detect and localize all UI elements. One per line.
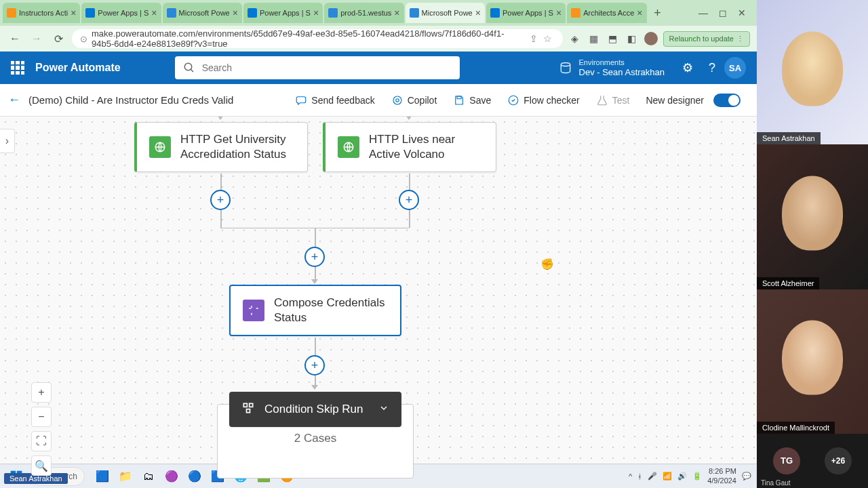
video-tile[interactable]: Scott Alzheimer	[757, 144, 868, 289]
mic-icon[interactable]: 🎤	[648, 472, 657, 481]
browser-tab[interactable]: Power Apps | S×	[243, 3, 323, 23]
address-bar[interactable]: ⊙ make.powerautomate.com/environments/65…	[72, 29, 563, 48]
close-icon[interactable]: ×	[394, 7, 399, 18]
add-step-button[interactable]: +	[304, 355, 325, 375]
flow-node-http[interactable]: HTTP Get University Accredidation Status	[134, 122, 308, 172]
copilot-button[interactable]: Copilot	[383, 88, 446, 113]
star-icon[interactable]: ☆	[540, 33, 555, 44]
flow-node-compose[interactable]: Compose Credentials Status	[229, 285, 401, 336]
battery-icon[interactable]: 🔋	[692, 472, 702, 481]
close-icon[interactable]: ×	[71, 7, 76, 18]
video-call-panel: Sean Astrakhan Scott Alzheimer Clodine M…	[757, 0, 868, 488]
browser-tab[interactable]: Microsoft Powe×	[163, 3, 242, 23]
close-icon[interactable]: ×	[556, 7, 561, 18]
url-text: make.powerautomate.com/environments/65dd…	[92, 28, 527, 49]
taskbar-app-icon[interactable]: 🔵	[185, 467, 204, 486]
forward-icon[interactable]: →	[28, 30, 45, 47]
new-designer-toggle[interactable]: New designer	[637, 88, 749, 113]
relaunch-button[interactable]: Relaunch to update⋮	[663, 31, 750, 47]
browser-tab-active[interactable]: Microsoft Powe×	[406, 3, 485, 23]
add-step-button[interactable]: +	[304, 247, 325, 267]
wifi-icon[interactable]: 📶	[663, 472, 672, 481]
close-icon[interactable]: ×	[151, 7, 157, 18]
search-canvas-button[interactable]: 🔍	[31, 455, 52, 476]
send-feedback-button[interactable]: Send feedback	[287, 88, 382, 113]
node-label: HTTP Lives near Active Volcano	[369, 132, 484, 162]
settings-icon[interactable]: ⚙	[675, 56, 700, 80]
notification-icon[interactable]: 💬	[742, 472, 751, 481]
browser-tab[interactable]: Instructors Acti×	[3, 3, 80, 23]
svg-rect-5	[457, 96, 461, 99]
taskbar-app-icon[interactable]: 🗂	[139, 467, 158, 486]
help-icon[interactable]: ?	[700, 56, 724, 80]
svg-point-2	[561, 63, 570, 66]
clock[interactable]: 8:26 PM 4/9/2024	[707, 467, 736, 485]
toggle-switch[interactable]	[713, 94, 741, 107]
minimize-icon[interactable]: —	[698, 7, 708, 18]
cases-label: 2 Cases	[294, 432, 336, 445]
fit-button[interactable]: ⛶	[31, 431, 52, 451]
add-step-button[interactable]: +	[399, 190, 419, 210]
search-input[interactable]	[202, 62, 452, 73]
video-tile[interactable]: Sean Astrakhan	[757, 0, 868, 144]
add-step-button[interactable]: +	[210, 190, 231, 210]
flow-checker-button[interactable]: Flow checker	[499, 88, 587, 113]
taskbar-app-icon[interactable]: 🟦	[93, 467, 112, 486]
new-tab-button[interactable]: +	[648, 3, 667, 22]
env-name: Dev - Sean Astrakhan	[579, 67, 665, 78]
close-icon[interactable]: ×	[475, 7, 481, 18]
taskbar-app-icon[interactable]: 🟣	[162, 467, 181, 486]
overflow-count[interactable]: +26	[825, 447, 852, 474]
back-icon[interactable]: ←	[7, 30, 23, 47]
search-box[interactable]	[175, 56, 460, 79]
save-button[interactable]: Save	[445, 88, 499, 113]
participant-initials[interactable]: TG	[773, 447, 800, 474]
extension-icon[interactable]: ◧	[625, 32, 639, 45]
designer-toolbar: ← (Demo) Child - Are Instructor Edu Cred…	[0, 84, 757, 117]
expand-panel-button[interactable]: ›	[0, 129, 15, 153]
participant-name: Sean Astrakhan	[757, 132, 821, 144]
tray-chevron-icon[interactable]: ^	[629, 472, 632, 481]
close-icon[interactable]: ×	[233, 7, 238, 18]
compose-icon	[243, 300, 264, 321]
share-icon[interactable]: ⇪	[527, 33, 540, 44]
window-close-icon[interactable]: ✕	[738, 7, 746, 18]
close-icon[interactable]: ×	[637, 7, 642, 18]
browser-tab[interactable]: Power Apps | S×	[81, 3, 161, 23]
user-avatar[interactable]: SA	[724, 57, 746, 79]
environment-picker[interactable]: Environments Dev - Sean Astrakhan	[559, 58, 665, 78]
maximize-icon[interactable]: ◻	[719, 7, 727, 18]
test-button[interactable]: Test	[588, 88, 638, 113]
browser-tab[interactable]: Power Apps | S×	[486, 3, 566, 23]
database-icon	[559, 61, 572, 75]
volume-icon[interactable]: 🔊	[677, 472, 687, 481]
participant-name: Scott Alzheimer	[757, 277, 819, 289]
flow-node-http[interactable]: HTTP Lives near Active Volcano	[323, 122, 496, 172]
back-button[interactable]: ←	[8, 93, 20, 107]
node-label: Condition Skip Run	[264, 402, 363, 417]
close-icon[interactable]: ×	[313, 7, 319, 18]
chevron-down-icon[interactable]	[378, 403, 389, 416]
flow-node-condition[interactable]: Condition Skip Run	[229, 392, 401, 427]
flow-title: (Demo) Child - Are Instructor Edu Creds …	[28, 94, 233, 106]
zoom-in-button[interactable]: +	[31, 382, 52, 403]
video-tile[interactable]: Clodine Mallinckrodt	[757, 289, 868, 434]
taskbar-app-icon[interactable]: 📁	[116, 467, 135, 486]
extension-icon[interactable]: ⬒	[606, 32, 620, 45]
reload-icon[interactable]: ⟳	[50, 30, 66, 47]
search-icon	[183, 62, 195, 74]
node-label: HTTP Get University Accredidation Status	[180, 132, 295, 162]
svg-rect-11	[247, 409, 250, 413]
extension-icon[interactable]: ◈	[568, 32, 582, 45]
zoom-out-button[interactable]: −	[31, 407, 52, 427]
bluetooth-icon[interactable]: ᚼ	[637, 472, 642, 481]
browser-tab[interactable]: Architects Acce×	[567, 3, 646, 23]
app-header: Power Automate Environments Dev - Sean A…	[0, 52, 757, 84]
switch-icon	[241, 401, 255, 418]
app-launcher-icon[interactable]	[11, 61, 24, 75]
flow-canvas[interactable]: › HTTP Get University Accredidation Stat…	[0, 117, 757, 488]
browser-tab[interactable]: prod-51.westus×	[324, 3, 403, 23]
app-title: Power Automate	[35, 62, 121, 74]
extension-icon[interactable]: ▦	[587, 32, 601, 45]
profile-avatar[interactable]	[644, 32, 658, 45]
